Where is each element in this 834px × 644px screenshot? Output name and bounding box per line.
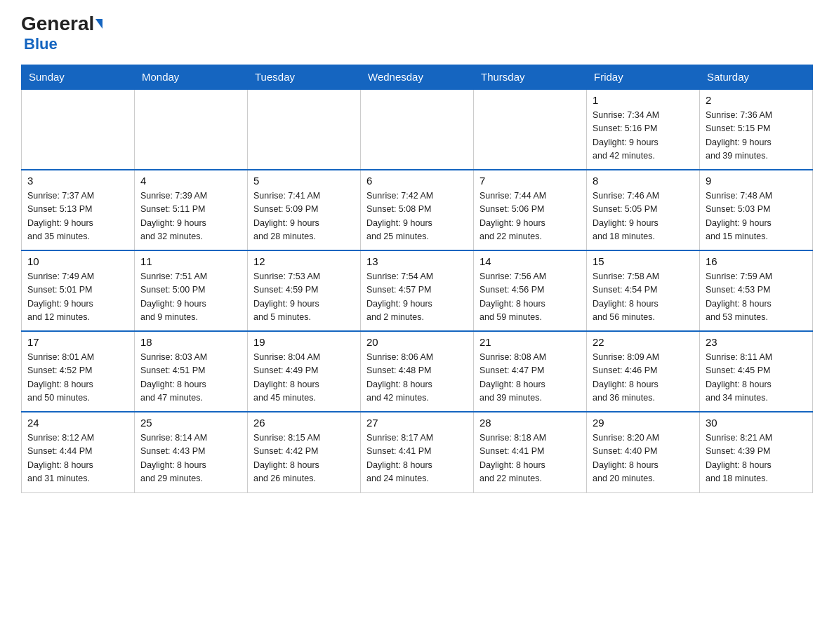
calendar-cell xyxy=(474,89,587,170)
calendar-cell: 23Sunrise: 8:11 AMSunset: 4:45 PMDayligh… xyxy=(700,331,813,412)
day-number: 16 xyxy=(706,255,807,267)
day-header-thursday: Thursday xyxy=(474,65,587,90)
calendar-cell: 17Sunrise: 8:01 AMSunset: 4:52 PMDayligh… xyxy=(22,331,135,412)
day-info: Sunrise: 8:01 AMSunset: 4:52 PMDaylight:… xyxy=(27,351,128,405)
calendar-cell: 16Sunrise: 7:59 AMSunset: 4:53 PMDayligh… xyxy=(700,250,813,331)
day-info: Sunrise: 7:39 AMSunset: 5:11 PMDaylight:… xyxy=(140,189,241,244)
calendar-cell: 9Sunrise: 7:48 AMSunset: 5:03 PMDaylight… xyxy=(700,170,813,250)
day-info: Sunrise: 7:51 AMSunset: 5:00 PMDaylight:… xyxy=(140,270,241,325)
day-info: Sunrise: 7:58 AMSunset: 4:54 PMDaylight:… xyxy=(593,270,694,325)
logo-blue-text: Blue xyxy=(24,35,58,53)
day-number: 28 xyxy=(479,417,581,429)
calendar-cell: 19Sunrise: 8:04 AMSunset: 4:49 PMDayligh… xyxy=(248,331,361,412)
day-header-wednesday: Wednesday xyxy=(361,65,474,90)
day-number: 3 xyxy=(27,175,128,187)
calendar-cell xyxy=(22,89,135,170)
day-number: 21 xyxy=(479,336,581,348)
day-number: 9 xyxy=(706,175,807,187)
day-info: Sunrise: 7:42 AMSunset: 5:08 PMDaylight:… xyxy=(366,189,468,244)
calendar-cell: 25Sunrise: 8:14 AMSunset: 4:43 PMDayligh… xyxy=(135,412,248,492)
day-number: 25 xyxy=(140,417,241,429)
day-info: Sunrise: 7:53 AMSunset: 4:59 PMDaylight:… xyxy=(253,270,355,325)
week-row-1: 1Sunrise: 7:34 AMSunset: 5:16 PMDaylight… xyxy=(22,89,813,170)
calendar-cell: 3Sunrise: 7:37 AMSunset: 5:13 PMDaylight… xyxy=(22,170,135,250)
day-number: 12 xyxy=(253,255,355,267)
day-number: 14 xyxy=(479,255,581,267)
day-info: Sunrise: 8:18 AMSunset: 4:41 PMDaylight:… xyxy=(479,431,581,486)
day-info: Sunrise: 8:04 AMSunset: 4:49 PMDaylight:… xyxy=(253,351,355,405)
day-header-friday: Friday xyxy=(587,65,700,90)
calendar-cell: 6Sunrise: 7:42 AMSunset: 5:08 PMDaylight… xyxy=(361,170,474,250)
day-number: 4 xyxy=(140,175,241,187)
week-row-4: 17Sunrise: 8:01 AMSunset: 4:52 PMDayligh… xyxy=(22,331,813,412)
day-header-monday: Monday xyxy=(135,65,248,90)
days-header-row: SundayMondayTuesdayWednesdayThursdayFrid… xyxy=(22,65,813,90)
day-info: Sunrise: 8:09 AMSunset: 4:46 PMDaylight:… xyxy=(593,351,694,405)
calendar-cell: 4Sunrise: 7:39 AMSunset: 5:11 PMDaylight… xyxy=(135,170,248,250)
day-number: 1 xyxy=(593,94,694,106)
day-info: Sunrise: 7:46 AMSunset: 5:05 PMDaylight:… xyxy=(593,189,694,244)
week-row-5: 24Sunrise: 8:12 AMSunset: 4:44 PMDayligh… xyxy=(22,412,813,492)
calendar-cell: 7Sunrise: 7:44 AMSunset: 5:06 PMDaylight… xyxy=(474,170,587,250)
day-info: Sunrise: 8:08 AMSunset: 4:47 PMDaylight:… xyxy=(479,351,581,405)
day-info: Sunrise: 7:49 AMSunset: 5:01 PMDaylight:… xyxy=(27,270,128,325)
day-number: 23 xyxy=(706,336,807,348)
day-info: Sunrise: 7:36 AMSunset: 5:15 PMDaylight:… xyxy=(706,109,807,163)
day-number: 26 xyxy=(253,417,355,429)
day-info: Sunrise: 8:20 AMSunset: 4:40 PMDaylight:… xyxy=(593,431,694,486)
day-number: 5 xyxy=(253,175,355,187)
calendar-cell: 15Sunrise: 7:58 AMSunset: 4:54 PMDayligh… xyxy=(587,250,700,331)
calendar-cell: 11Sunrise: 7:51 AMSunset: 5:00 PMDayligh… xyxy=(135,250,248,331)
day-info: Sunrise: 8:03 AMSunset: 4:51 PMDaylight:… xyxy=(140,351,241,405)
day-info: Sunrise: 8:17 AMSunset: 4:41 PMDaylight:… xyxy=(366,431,468,486)
day-header-saturday: Saturday xyxy=(700,65,813,90)
calendar-cell xyxy=(135,89,248,170)
day-number: 30 xyxy=(706,417,807,429)
day-number: 17 xyxy=(27,336,128,348)
day-number: 2 xyxy=(706,94,807,106)
day-info: Sunrise: 7:34 AMSunset: 5:16 PMDaylight:… xyxy=(593,109,694,163)
calendar-cell: 29Sunrise: 8:20 AMSunset: 4:40 PMDayligh… xyxy=(587,412,700,492)
day-number: 15 xyxy=(593,255,694,267)
calendar-cell: 27Sunrise: 8:17 AMSunset: 4:41 PMDayligh… xyxy=(361,412,474,492)
day-info: Sunrise: 7:37 AMSunset: 5:13 PMDaylight:… xyxy=(27,189,128,244)
day-info: Sunrise: 8:06 AMSunset: 4:48 PMDaylight:… xyxy=(366,351,468,405)
day-number: 8 xyxy=(593,175,694,187)
calendar-cell: 10Sunrise: 7:49 AMSunset: 5:01 PMDayligh… xyxy=(22,250,135,331)
calendar-cell: 12Sunrise: 7:53 AMSunset: 4:59 PMDayligh… xyxy=(248,250,361,331)
day-header-tuesday: Tuesday xyxy=(248,65,361,90)
day-info: Sunrise: 7:44 AMSunset: 5:06 PMDaylight:… xyxy=(479,189,581,244)
logo-general-text: General xyxy=(21,14,94,34)
day-info: Sunrise: 8:12 AMSunset: 4:44 PMDaylight:… xyxy=(27,431,128,486)
day-info: Sunrise: 7:48 AMSunset: 5:03 PMDaylight:… xyxy=(706,189,807,244)
day-number: 10 xyxy=(27,255,128,267)
day-number: 6 xyxy=(366,175,468,187)
calendar-cell xyxy=(361,89,474,170)
calendar-cell: 1Sunrise: 7:34 AMSunset: 5:16 PMDaylight… xyxy=(587,89,700,170)
day-number: 13 xyxy=(366,255,468,267)
calendar-cell: 8Sunrise: 7:46 AMSunset: 5:05 PMDaylight… xyxy=(587,170,700,250)
day-number: 18 xyxy=(140,336,241,348)
logo-triangle-icon xyxy=(95,19,102,29)
day-info: Sunrise: 8:15 AMSunset: 4:42 PMDaylight:… xyxy=(253,431,355,486)
day-info: Sunrise: 7:59 AMSunset: 4:53 PMDaylight:… xyxy=(706,270,807,325)
day-info: Sunrise: 8:11 AMSunset: 4:45 PMDaylight:… xyxy=(706,351,807,405)
day-info: Sunrise: 8:14 AMSunset: 4:43 PMDaylight:… xyxy=(140,431,241,486)
day-number: 7 xyxy=(479,175,581,187)
calendar-cell: 26Sunrise: 8:15 AMSunset: 4:42 PMDayligh… xyxy=(248,412,361,492)
day-number: 24 xyxy=(27,417,128,429)
day-info: Sunrise: 7:54 AMSunset: 4:57 PMDaylight:… xyxy=(366,270,468,325)
calendar-cell xyxy=(248,89,361,170)
calendar-cell: 21Sunrise: 8:08 AMSunset: 4:47 PMDayligh… xyxy=(474,331,587,412)
day-number: 27 xyxy=(366,417,468,429)
calendar-cell: 18Sunrise: 8:03 AMSunset: 4:51 PMDayligh… xyxy=(135,331,248,412)
calendar-table: SundayMondayTuesdayWednesdayThursdayFrid… xyxy=(21,65,813,493)
day-number: 22 xyxy=(593,336,694,348)
week-row-2: 3Sunrise: 7:37 AMSunset: 5:13 PMDaylight… xyxy=(22,170,813,250)
calendar-cell: 22Sunrise: 8:09 AMSunset: 4:46 PMDayligh… xyxy=(587,331,700,412)
week-row-3: 10Sunrise: 7:49 AMSunset: 5:01 PMDayligh… xyxy=(22,250,813,331)
day-number: 29 xyxy=(593,417,694,429)
calendar-cell: 28Sunrise: 8:18 AMSunset: 4:41 PMDayligh… xyxy=(474,412,587,492)
day-number: 11 xyxy=(140,255,241,267)
day-info: Sunrise: 8:21 AMSunset: 4:39 PMDaylight:… xyxy=(706,431,807,486)
